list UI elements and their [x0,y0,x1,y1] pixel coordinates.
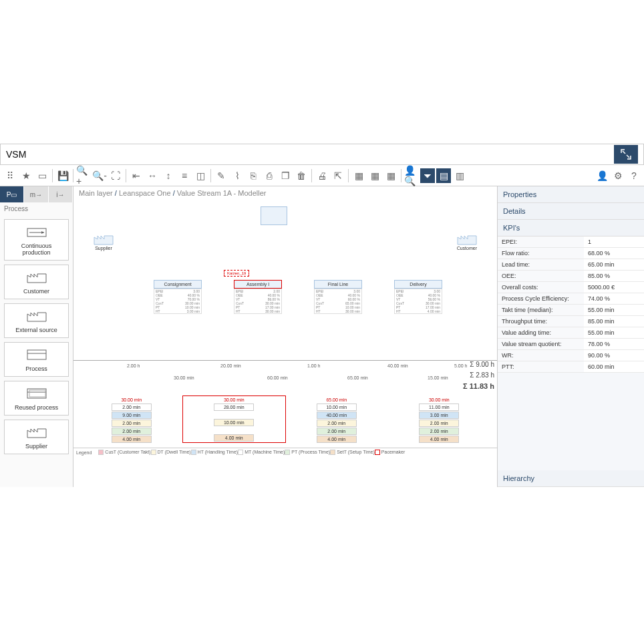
legend-item: HT (Handling Time) [191,450,238,454]
control-node[interactable] [261,206,287,225]
kpi-row: Throughput time:85.00 min [498,316,644,327]
user-icon[interactable]: 👤 [595,168,609,183]
legend-item: MT (Machine Time) [238,450,285,454]
timeline-label: 65.00 min [347,375,368,380]
fit-icon[interactable]: ⛶ [108,168,123,183]
kpi-row: OEE:85.00 % [498,271,644,282]
palette-customer[interactable]: Customer [4,265,69,299]
time-block-column[interactable]: 30.00 min2.00 min9.00 min2.00 min2.00 mi… [80,396,183,444]
supplier-node[interactable]: Supplier [94,233,114,251]
timeline-label: 1.00 h [307,363,320,368]
align-left-icon[interactable]: ⇤ [129,168,144,183]
palette-continuous-production[interactable]: Continuous production [4,219,69,261]
sidebar-header: Process [0,202,73,215]
kpi-row: EPEI:1 [498,236,644,248]
layout-icon[interactable]: ▭ [35,168,49,183]
legend-item: PT (Process Time) [285,450,330,454]
kpis-header[interactable]: KPI's [498,220,644,236]
svg-rect-6 [29,390,45,397]
timeline-label: 5.00 h [454,363,467,368]
legend-item: CusT (Customer Takt) [98,450,150,454]
customer-node[interactable]: Customer [457,233,477,251]
expand-button[interactable] [614,145,638,164]
timeline-label: 40.00 min [387,363,408,368]
legend-item: DT (Dwell Time) [151,450,191,454]
zoom-in-icon[interactable]: 🔍+ [76,168,91,183]
kpi-row: Flow ratio:68.00 % [498,248,644,259]
stamp-icon[interactable]: ⌇ [230,168,245,183]
process-final-line[interactable]: Final LineEPEI3.00OEE40.00 %VT60.00 %Cus… [314,280,362,314]
vsm-title-input[interactable] [6,149,140,160]
kpi-row: Overall costs:5000.00 € [498,282,644,293]
edit-icon[interactable]: ✎ [214,168,228,183]
sum-total: Σ 11.83 h [463,382,494,390]
kaizen-burst[interactable]: Kaizen_19 [224,270,249,277]
right-panel: Properties Details KPI's EPEI:1Flow rati… [497,186,644,487]
kpi-row: Takt time (median):55.00 min [498,305,644,316]
sidebar-tab-m[interactable]: m→ [24,186,48,202]
sidebar-tab-p[interactable]: P▭ [0,186,24,202]
properties-header[interactable]: Properties [498,186,644,203]
group1-icon[interactable]: ▦ [351,168,366,183]
process-delivery[interactable]: DeliveryEPEI3.00OEE40.00 %VT56.00 %CusT3… [394,280,442,314]
timeline-label: 30.00 min [174,375,194,380]
sum-top: Σ 9.00 h [470,361,494,368]
user-search-icon[interactable]: 👤🔍 [404,168,419,183]
process-assembly-i[interactable]: Assembly IEPEI2.00OEE40.00 %VT86.00 %Cus… [234,280,282,314]
title-bar [0,144,644,165]
star-icon[interactable]: ★ [19,168,33,183]
canvas[interactable]: Main layer / Leanspace One / Value Strea… [73,186,497,487]
duplicate-icon[interactable]: ❐ [278,168,293,183]
delete-icon[interactable]: 🗑 [294,168,309,183]
legend-item: SetT (Setup Time) [330,450,375,454]
breadcrumb[interactable]: Main layer / Leanspace One / Value Strea… [73,186,497,200]
panel-icon[interactable]: ▤ [436,168,451,183]
print-icon[interactable]: 🖨 [315,168,329,183]
legend-item: Pacemaker [375,450,405,454]
timeline-icon[interactable]: ⏷ [420,168,435,183]
help-icon[interactable]: ? [627,168,641,183]
sidebar: P▭ m→ i→ Process Continuous productionCu… [0,186,73,487]
timeline-label: 2.00 h [127,363,140,368]
kpi-row: Process Cycle Efficiency:74.00 % [498,293,644,305]
gear-icon[interactable]: ⚙ [611,168,625,183]
timeline-label: 20.00 min [220,363,241,368]
align-center-icon[interactable]: ↔ [145,168,160,183]
process-consignment[interactable]: ConsignmentEPEI3.00OEE40.00 %VT70.00 %Cu… [154,280,202,314]
doc-icon[interactable]: ▥ [452,168,467,183]
time-blocks: 30.00 min2.00 min9.00 min2.00 min2.00 mi… [73,392,497,448]
timeline: 2.00 h20.00 min1.00 h40.00 min5.00 h 30.… [73,360,497,392]
kpi-row: Lead time:65.00 min [498,259,644,271]
palette-reused-process[interactable]: Reused process [4,381,69,416]
group2-icon[interactable]: ▦ [367,168,382,183]
grid-icon[interactable]: ⠿ [3,168,17,183]
palette-external-source[interactable]: External source [4,303,69,338]
kpi-row: PTT:60.00 min [498,361,644,373]
copy-icon[interactable]: ⎘ [246,168,261,183]
save-icon[interactable]: 💾 [55,168,70,183]
svg-rect-2 [27,350,46,359]
details-header[interactable]: Details [498,203,644,220]
palette-supplier[interactable]: Supplier [4,420,69,454]
timeline-label: 60.00 min [267,375,288,380]
time-block-column[interactable]: 30.00 min11.00 min3.00 min2.00 min2.00 m… [388,396,491,444]
time-block-column[interactable]: 65.00 min10.00 min40.00 min2.00 min2.00 … [285,396,388,444]
kpi-row: Value stream quotient:78.00 % [498,339,644,350]
palette-process[interactable]: Process [4,342,69,377]
zoom-out-icon[interactable]: 🔍- [92,168,107,183]
legend: Legend CusT (Customer Takt)DT (Dwell Tim… [73,448,497,456]
toolbar: ⠿ ★ ▭ 💾 🔍+ 🔍- ⛶ ⇤ ↔ ↕ ≡ ◫ ✎ ⌇ ⎘ ⎙ ❐ 🗑 🖨 … [0,165,644,186]
sum-mid: Σ 2.83 h [470,371,494,379]
sidebar-tab-i[interactable]: i→ [49,186,73,202]
time-block-column[interactable]: 30.00 min28.00 min10.00 min4.00 min [183,396,286,442]
timeline-label: 15.00 min [428,375,448,380]
align-v-icon[interactable]: ↕ [161,168,176,183]
export-icon[interactable]: ⇱ [331,168,345,183]
group3-icon[interactable]: ▦ [383,168,398,183]
kpi-row: WR:90.00 % [498,350,644,361]
select-icon[interactable]: ◫ [193,168,208,183]
distribute-icon[interactable]: ≡ [177,168,192,183]
kpi-row: Value adding time:55.00 min [498,327,644,339]
paste-icon[interactable]: ⎙ [262,168,277,183]
hierarchy-header[interactable]: Hierarchy [498,470,644,487]
